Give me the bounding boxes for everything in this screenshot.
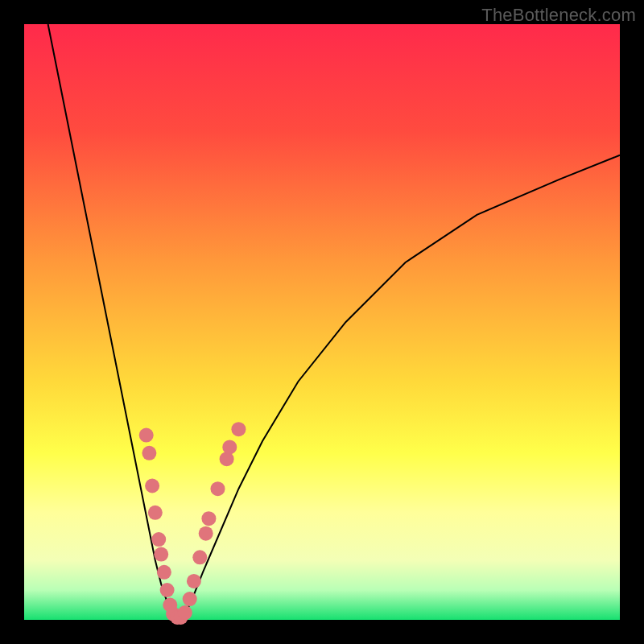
- curve-right: [179, 155, 620, 620]
- data-dot: [201, 511, 216, 526]
- data-dot: [154, 547, 168, 562]
- data-dot: [148, 506, 163, 520]
- data-dot: [199, 526, 213, 541]
- data-dot: [157, 565, 171, 580]
- data-dot: [145, 479, 159, 493]
- plot-area: [24, 24, 620, 620]
- data-dot: [231, 422, 246, 436]
- data-dot: [222, 440, 237, 454]
- data-dot: [187, 574, 201, 588]
- data-dot: [178, 605, 192, 620]
- curve-left: [48, 24, 180, 620]
- data-dot: [183, 592, 197, 606]
- data-dot: [139, 428, 154, 443]
- watermark-text: TheBottleneck.com: [481, 5, 636, 26]
- data-dot: [192, 550, 207, 564]
- data-dot: [151, 532, 166, 547]
- data-dot: [142, 446, 156, 460]
- data-dot: [160, 583, 175, 597]
- data-dot: [211, 481, 225, 496]
- outer-frame: TheBottleneck.com: [0, 0, 644, 644]
- chart-svg: [24, 24, 620, 620]
- dot-layer: [139, 422, 246, 625]
